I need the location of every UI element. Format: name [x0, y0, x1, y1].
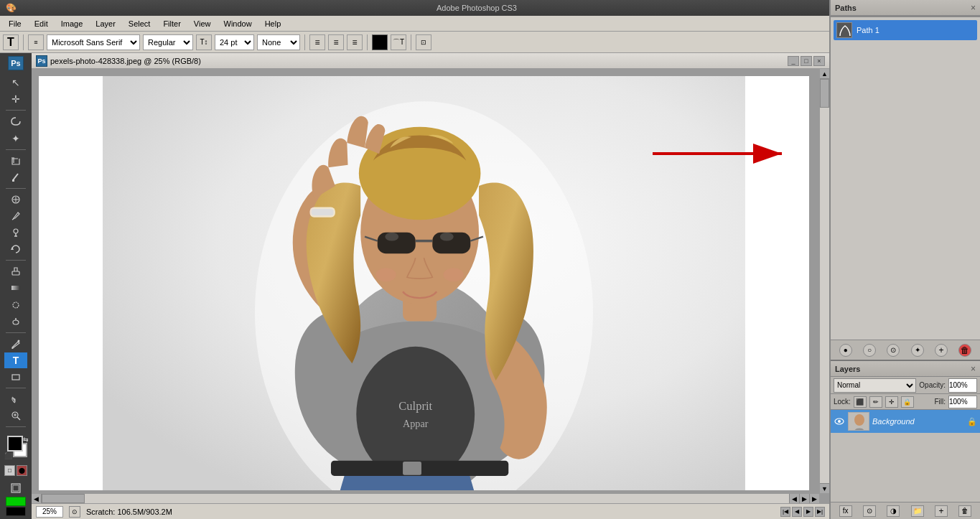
svg-point-5	[14, 229, 18, 233]
doc-minimize-btn[interactable]: _	[788, 56, 799, 66]
swap-colors-icon[interactable]: ⇆	[23, 436, 29, 443]
nav-controls[interactable]: |◀ ◀ ▶ ▶|	[780, 507, 825, 517]
blend-mode-select[interactable]: Normal	[834, 378, 916, 393]
delete-path-btn[interactable]: 🗑	[958, 344, 971, 357]
toggle-opts-icon[interactable]: ≡	[28, 34, 44, 50]
lock-pos-btn[interactable]: ✛	[885, 396, 898, 408]
fill-path-btn[interactable]: ●	[839, 344, 852, 357]
tool-wand[interactable]: ✦	[4, 130, 27, 146]
tool-eraser[interactable]	[4, 263, 27, 279]
menu-edit[interactable]: Edit	[29, 18, 54, 29]
work-path-btn[interactable]: ✦	[911, 344, 924, 357]
menu-layer[interactable]: Layer	[90, 18, 121, 29]
nav-left-btn[interactable]: ◀	[789, 494, 799, 503]
paths-header-right[interactable]: ×	[971, 3, 976, 13]
scrollbar-track[interactable]	[820, 79, 829, 483]
font-style-select[interactable]: Regular	[143, 34, 193, 50]
nav-prev-btn[interactable]: ◀	[792, 507, 802, 517]
menu-file[interactable]: File	[3, 18, 27, 29]
scrollbar-right-btn[interactable]: ▶	[809, 494, 819, 503]
paths-close-btn[interactable]: ×	[971, 3, 976, 13]
screen-mode-btn[interactable]	[4, 480, 27, 496]
layer-group-btn[interactable]: 📁	[911, 505, 924, 517]
tool-eyedropper[interactable]	[4, 169, 27, 185]
scrollbar-h-thumb[interactable]	[42, 494, 85, 503]
scrollbar-h-track[interactable]	[42, 494, 789, 503]
nav-next-btn[interactable]: ▶	[803, 507, 813, 517]
svg-rect-38	[312, 209, 334, 215]
path-item-1[interactable]: Path 1	[834, 20, 977, 40]
menu-window[interactable]: Window	[218, 18, 258, 29]
palettes-icon[interactable]: ⊡	[416, 34, 431, 50]
text-color-swatch[interactable]	[372, 34, 388, 50]
layer-adj-btn[interactable]: ◑	[887, 505, 900, 517]
tool-zoom[interactable]	[4, 408, 27, 424]
scrollbar-thumb[interactable]	[820, 79, 829, 108]
layer-delete-btn[interactable]: 🗑	[958, 505, 971, 517]
align-right-icon[interactable]: ≡	[347, 34, 363, 50]
font-select[interactable]: Microsoft Sans Serif	[47, 34, 140, 50]
lock-all-btn[interactable]: 🔒	[901, 396, 914, 408]
layer-background[interactable]: Background 🔒	[831, 410, 980, 433]
tool-gradient[interactable]	[4, 280, 27, 296]
tool-text[interactable]: T	[4, 352, 27, 368]
new-path-btn[interactable]: +	[935, 344, 948, 357]
tool-history-brush[interactable]	[4, 241, 27, 257]
menu-select[interactable]: Select	[123, 18, 157, 29]
v-scrollbar[interactable]: ▲ ▼	[819, 69, 829, 493]
layer-new-btn[interactable]: +	[935, 505, 948, 517]
nav-end-btn[interactable]: ▶|	[815, 507, 825, 517]
tool-crop[interactable]	[4, 153, 27, 169]
tool-healing[interactable]	[4, 192, 27, 207]
tool-pen[interactable]	[4, 336, 27, 352]
menu-help[interactable]: Help	[259, 18, 287, 29]
quick-color-indicator[interactable]	[6, 497, 26, 506]
zoom-level-container[interactable]	[36, 506, 63, 518]
load-path-btn[interactable]: ⊙	[887, 344, 900, 357]
doc-close-btn[interactable]: ×	[813, 56, 825, 66]
tool-shape[interactable]	[4, 369, 27, 385]
nav-right-btn[interactable]: ▶	[799, 494, 809, 503]
standard-mode-btn[interactable]: □	[4, 465, 15, 476]
layer-mask-btn[interactable]: ⊙	[863, 505, 876, 517]
tool-stamp[interactable]	[4, 225, 27, 240]
stroke-path-btn[interactable]: ○	[863, 344, 876, 357]
tool-dodge[interactable]	[4, 314, 27, 329]
tool-blur[interactable]	[4, 297, 27, 313]
fill-input[interactable]	[948, 396, 977, 408]
menu-filter[interactable]: Filter	[157, 18, 186, 29]
scrollbar-up-btn[interactable]: ▲	[820, 69, 829, 79]
font-size-select[interactable]: 24 pt	[215, 34, 254, 50]
anti-alias-select[interactable]: None	[257, 34, 300, 50]
lock-px-btn[interactable]: ⬛	[854, 396, 867, 408]
zoom-icon[interactable]: ⊙	[69, 506, 80, 518]
layers-panel: Layers × Normal Opacity: Lock: ⬛ ✏ ✛ 🔒 F…	[831, 361, 980, 519]
doc-maximize-btn[interactable]: □	[801, 56, 812, 66]
opacity-input[interactable]	[948, 378, 977, 393]
tool-move[interactable]: ✛	[4, 91, 27, 107]
foreground-color[interactable]	[7, 436, 23, 452]
menu-image[interactable]: Image	[55, 18, 89, 29]
lock-img-btn[interactable]: ✏	[869, 396, 882, 408]
menu-view[interactable]: View	[188, 18, 217, 29]
quickmask-mode-btn[interactable]: ⬤	[17, 465, 27, 476]
quick-color-black[interactable]	[6, 507, 26, 516]
color-swatches[interactable]: ⇆ ⬛	[3, 436, 29, 459]
layers-close-btn[interactable]: ×	[971, 364, 976, 374]
doc-win-controls[interactable]: _ □ ×	[788, 56, 825, 66]
tool-brush[interactable]	[4, 208, 27, 224]
align-center-icon[interactable]: ≡	[328, 34, 344, 50]
tool-hand[interactable]	[4, 391, 27, 407]
tool-selection[interactable]: ↖	[4, 75, 27, 90]
align-left-icon[interactable]: ≡	[309, 34, 325, 50]
layer-fx-btn[interactable]: fx	[839, 505, 852, 517]
nav-start-btn[interactable]: |◀	[780, 507, 790, 517]
scrollbar-down-btn[interactable]: ▼	[820, 483, 829, 493]
scrollbar-left-btn[interactable]: ◀	[32, 494, 42, 503]
zoom-input[interactable]	[36, 506, 63, 518]
h-scrollbar[interactable]: ◀ ◀ ▶ ▶	[32, 493, 819, 503]
layer-visibility-eye[interactable]	[834, 416, 845, 427]
warp-text-icon[interactable]: ⌒T	[391, 34, 406, 50]
tool-lasso[interactable]	[4, 113, 27, 129]
default-colors-icon[interactable]: ⬛	[4, 452, 12, 459]
